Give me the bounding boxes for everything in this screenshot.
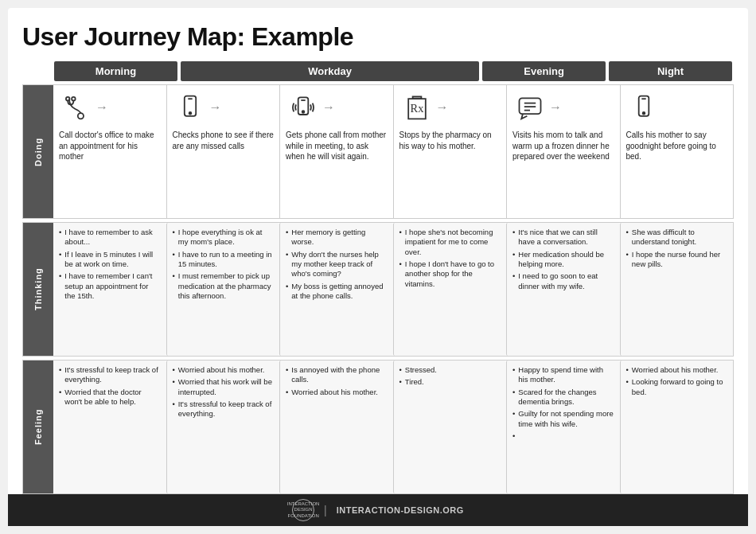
feeling-cell-evening2: Happy to spend time with his mother. Sca… [506,361,620,493]
phase-night: Night [609,61,732,81]
phase-evening: Evening [482,61,606,81]
thinking-bullet: I hope everything is ok at my mom's plac… [173,228,275,248]
feeling-cell-workday2: Is annoyed with the phone calls. Worried… [279,361,393,493]
doing-text-evening1: Stops by the pharmacy on his way to his … [399,130,501,151]
arrow-1: → [95,99,108,116]
phase-morning: Morning [54,61,177,81]
phone-icon [173,90,208,125]
feeling-bullet: Scared for the changes dementia brings. [512,388,614,407]
feeling-row: Feeling It's stressful to keep track of … [22,360,734,494]
stethoscope-icon [59,90,94,125]
chat-icon [512,90,548,125]
doing-label: Doing [23,85,53,218]
thinking-bullet: My boss is getting annoyed at the phone … [286,282,388,302]
feeling-cell-morning: It's stressful to keep track of everythi… [53,361,166,493]
feeling-bullet: Stressed. [399,365,501,375]
feeling-bullet: It's stressful to keep track of everythi… [59,365,161,385]
footer-divider: | [324,504,327,516]
thinking-bullet: Her medication should be helping more. [512,250,614,270]
feeling-bullet: Worried about his mother. [173,365,275,375]
doing-cell-workday1: → Checks phone to see if there are any m… [166,85,280,218]
arrow-5: → [549,99,562,116]
doing-cell-night: Calls his mother to say goodnight before… [620,85,734,218]
thinking-cell-night: She was difficult to understand tonight.… [620,223,734,356]
feeling-bullet [512,431,614,441]
feeling-bullet: Worried about his mother. [286,388,388,397]
thinking-row: Thinking I have to remember to ask about… [22,222,734,357]
thinking-bullet: She was difficult to understand tonight. [626,228,728,248]
thinking-cell-morning: I have to remember to ask about... If I … [53,223,166,356]
svg-point-0 [78,113,84,119]
thinking-cell-evening1: I hope she's not becoming impatient for … [393,223,507,356]
svg-point-8 [302,111,305,113]
feeling-cell-workday1: Worried about his mother. Worried that h… [166,361,280,493]
foundation-logo: INTERACTIONDESIGNFOUNDATION [292,499,314,521]
arrow-4: → [436,99,449,116]
thinking-cell-workday2: Her memory is getting worse. Why don't t… [279,223,393,356]
thinking-bullet: Her memory is getting worse. [286,228,388,248]
doing-text-morning: Call doctor's office to make an appointm… [59,130,161,162]
doing-text-workday1: Checks phone to see if there are any mis… [173,130,275,151]
doing-cell-evening2: → Visits his mom to talk and warm up a f… [506,85,620,218]
feeling-bullet: Worried that the doctor won't be able to… [59,388,161,407]
doing-text-evening2: Visits his mom to talk and warm up a fro… [512,130,614,162]
thinking-cell-evening2: It's nice that we can still have a conve… [506,223,620,356]
feeling-bullet: Worried that his work will be interrupte… [173,377,275,397]
arrow-2: → [209,99,222,116]
thinking-cells: I have to remember to ask about... If I … [53,223,733,356]
pharmacy-icon: Rx [399,90,435,125]
feeling-cells: It's stressful to keep track of everythi… [53,361,733,493]
feeling-cell-night: Worried about his mother. Looking forwar… [620,361,734,493]
page-title: User Journey Map: Example [22,22,734,52]
ringing-phone-icon [286,90,321,125]
feeling-bullet: Tired. [399,377,501,387]
svg-text:Rx: Rx [410,102,424,115]
thinking-bullet: I have to remember to ask about... [59,228,161,248]
thinking-bullet: I need to go soon to eat dinner with my … [512,271,614,291]
svg-point-5 [189,112,191,115]
svg-point-1 [66,97,70,101]
doing-row: Doing → [22,84,734,219]
phase-workday: Workday [181,61,479,81]
thinking-bullet: I have to remember I can't setup an appo… [59,271,161,301]
thinking-cell-workday1: I hope everything is ok at my mom's plac… [166,223,280,356]
thinking-label: Thinking [23,223,53,356]
feeling-bullet: It's stressful to keep track of everythi… [173,400,275,419]
thinking-bullet: It's nice that we can still have a conve… [512,228,614,248]
feeling-bullet: Worried about his mother. [626,365,728,375]
phone-call-icon [626,90,661,125]
thinking-bullet: I hope the nurse found her new pills. [626,250,728,270]
doing-cells: → Call doctor's office to make an appoin… [53,85,733,218]
feeling-label: Feeling [23,361,53,493]
feeling-bullet: Looking forward to going to bed. [626,377,728,397]
doing-cell-workday2: → Gets phone call from mother while in m… [279,85,393,218]
thinking-bullet: I hope I don't have to go to another sho… [399,259,501,289]
arrow-3: → [322,99,335,116]
thinking-bullet: I hope she's not becoming impatient for … [399,228,501,257]
doing-cell-evening1: Rx → Stops by the pharmacy on his way to… [393,85,507,218]
thinking-bullet: If I leave in 5 minutes I will be at wor… [59,250,161,270]
feeling-cell-evening1: Stressed. Tired. [393,361,507,493]
feeling-bullet: Happy to spend time with his mother. [512,365,614,385]
phase-headers: Morning Workday Evening Night [53,61,734,81]
thinking-bullet: I must remember to pick up medication at… [173,271,275,301]
journey-table: Morning Workday Evening Night Doing [22,61,734,494]
svg-point-16 [642,112,645,115]
thinking-bullet: I have to run to a meeting in 15 minutes… [173,250,275,270]
footer: INTERACTIONDESIGNFOUNDATION | INTERACTIO… [8,494,748,526]
doing-cell-morning: → Call doctor's office to make an appoin… [53,85,166,218]
feeling-bullet: Is annoyed with the phone calls. [286,365,388,385]
feeling-bullet: Guilty for not spending more time with h… [512,409,614,429]
doing-text-workday2: Gets phone call from mother while in mee… [286,130,388,162]
footer-url: INTERACTION-DESIGN.ORG [337,505,464,515]
svg-point-2 [72,97,76,101]
doing-text-night: Calls his mother to say goodnight before… [626,130,728,162]
thinking-bullet: Why don't the nurses help my mother keep… [286,250,388,279]
